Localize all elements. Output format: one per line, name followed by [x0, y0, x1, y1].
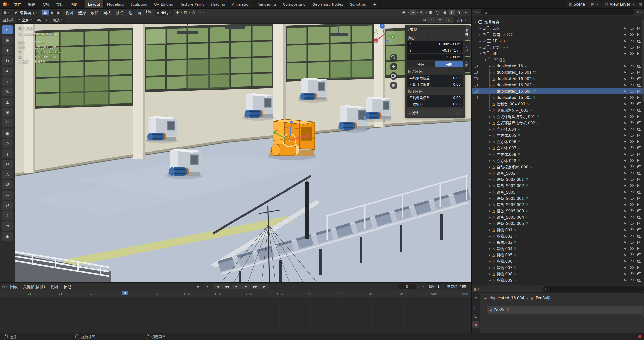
visibility-dropdown[interactable]: ◉ — [400, 10, 407, 15]
render-camera-icon[interactable] — [637, 203, 641, 206]
render-camera-icon[interactable] — [637, 222, 641, 225]
selectable-icon[interactable] — [623, 266, 626, 269]
render-camera-icon[interactable] — [637, 115, 641, 118]
hide-eye-icon[interactable] — [630, 272, 634, 275]
clock-icon[interactable]: ◷ — [418, 285, 420, 288]
hide-eye-icon[interactable] — [630, 191, 634, 193]
menubar-item-帮助[interactable]: 帮助 — [67, 0, 81, 8]
vertex-data-slider[interactable]: 平均倒角权重0.00 — [407, 75, 463, 81]
breadcrumb-object[interactable]: duplicated_16.004 — [489, 296, 524, 300]
outliner-row-object[interactable]: ▸△货物.010▽ — [472, 283, 644, 285]
disclosure-arrow-icon[interactable]: ▸ — [488, 278, 492, 282]
hide-eye-icon[interactable] — [630, 203, 634, 206]
tool-rotate[interactable]: ↻ — [2, 56, 13, 65]
hide-eye-icon[interactable] — [630, 109, 634, 111]
outliner-row-object[interactable]: ▸△立方体.028▽ — [472, 157, 644, 164]
space-button-局部[interactable]: 局部 — [435, 61, 463, 67]
hide-eye-icon[interactable] — [630, 40, 634, 42]
selectable-icon[interactable] — [623, 52, 626, 55]
render-camera-icon[interactable] — [637, 33, 641, 36]
outliner-row-scene-collection[interactable]: ▾场景集合 — [472, 19, 644, 25]
selectable-icon[interactable] — [623, 27, 626, 30]
hide-eye-icon[interactable] — [630, 178, 634, 181]
show-gizmos-button[interactable]: ⌖ — [410, 10, 416, 15]
render-camera-icon[interactable] — [637, 235, 641, 238]
render-camera-icon[interactable] — [637, 84, 641, 87]
material-selector[interactable]: ◉ FenSuiji — [486, 306, 644, 314]
outliner-scrollbar[interactable] — [642, 19, 644, 102]
coord-system-dropdown[interactable]: ⊕ 全局 ▾ — [16, 17, 34, 23]
3d-viewport[interactable]: Z Y X — [0, 23, 471, 282]
disclosure-arrow-icon[interactable]: ▸ — [488, 140, 492, 143]
selectable-icon[interactable] — [623, 197, 626, 200]
selectable-icon[interactable] — [623, 159, 626, 162]
shading-wireframe[interactable]: ◯ — [434, 10, 441, 15]
workspace-tab-Layout[interactable]: Layout — [85, 0, 104, 8]
render-camera-icon[interactable] — [637, 77, 641, 80]
disclosure-arrow-icon[interactable]: ▸ — [488, 234, 492, 238]
render-camera-icon[interactable] — [637, 184, 641, 187]
disclosure-arrow-icon[interactable]: ▸ — [488, 178, 492, 181]
viewport-menu-边[interactable]: 边 — [126, 10, 135, 15]
selectable-icon[interactable] — [623, 228, 626, 231]
frame-end-field[interactable]: 结束点480 — [444, 283, 469, 289]
viewport-menu-视图[interactable]: 视图 — [63, 10, 76, 15]
outliner-row-object[interactable]: ▸△货物.008▽ — [472, 271, 644, 277]
render-camera-icon[interactable] — [637, 260, 641, 263]
outliner-search[interactable] — [481, 9, 635, 15]
selectable-icon[interactable] — [623, 102, 626, 105]
shading-options-dropdown[interactable]: ▾ — [463, 10, 469, 15]
disclosure-arrow-icon[interactable]: ▸ — [488, 190, 492, 194]
hide-eye-icon[interactable] — [630, 52, 634, 55]
outliner-row-object[interactable]: ▸△立式环缝焊接专机.001▽ — [472, 113, 644, 120]
hide-eye-icon[interactable] — [630, 228, 634, 231]
selectable-icon[interactable] — [623, 153, 626, 156]
render-camera-icon[interactable] — [637, 46, 641, 49]
close-icon[interactable]: × — [596, 2, 599, 6]
selectable-icon[interactable] — [623, 235, 626, 238]
outliner-row-object[interactable]: ▸△立方体.007▽ — [472, 145, 644, 151]
selectable-icon[interactable] — [623, 165, 626, 168]
disclosure-arrow-icon[interactable]: ▸ — [488, 146, 492, 150]
blender-app-menu[interactable]: ▾ — [2, 1, 10, 7]
properties-tab-render[interactable]: ▤ — [472, 304, 479, 310]
disclosure-arrow-icon[interactable]: ▸ — [488, 215, 492, 219]
median-z-field[interactable]: Z-2.209 m — [407, 54, 463, 60]
disclosure-arrow-icon[interactable]: ▾ — [478, 52, 482, 55]
selectable-icon[interactable] — [623, 241, 626, 244]
tool-edge-slide[interactable]: ⇄ — [2, 201, 13, 210]
outliner-row-object[interactable]: ▸△自动标定系统_000▽ — [472, 164, 644, 170]
hide-eye-icon[interactable] — [630, 209, 634, 212]
render-camera-icon[interactable] — [637, 272, 641, 275]
shading-material[interactable]: ◐ — [449, 10, 455, 15]
hide-eye-icon[interactable] — [630, 241, 634, 244]
selectable-icon[interactable] — [623, 134, 626, 137]
hide-eye-icon[interactable] — [630, 235, 634, 237]
xray-toggle[interactable]: ▣ — [427, 10, 434, 15]
outliner-row-collection-园区[interactable]: ▸☑园区 — [472, 25, 644, 31]
mirror-z-toggle[interactable]: Z — [445, 17, 453, 23]
drag-handle-icon[interactable]: :::: — [456, 111, 461, 114]
chevron-down-icon[interactable]: ▾ — [203, 11, 205, 14]
render-camera-icon[interactable] — [637, 247, 641, 250]
render-camera-icon[interactable] — [637, 228, 641, 231]
hide-eye-icon[interactable] — [630, 197, 634, 200]
disclosure-arrow-icon[interactable]: ▸ — [478, 46, 482, 49]
chevron-down-icon[interactable]: ▾ — [425, 11, 427, 14]
outliner-row-object[interactable]: ▸△duplicated_16.003▽ — [472, 82, 644, 88]
hide-eye-icon[interactable] — [630, 96, 634, 99]
outliner-row-object[interactable]: ▸△立方体.005▽ — [472, 132, 644, 138]
selectable-icon[interactable] — [623, 222, 626, 225]
playhead-frame-badge[interactable]: 0 — [122, 291, 128, 295]
selectable-icon[interactable] — [623, 260, 626, 263]
render-camera-icon[interactable] — [637, 146, 641, 149]
selectable-icon[interactable] — [623, 247, 626, 250]
disclosure-arrow-icon[interactable]: ▸ — [488, 171, 492, 175]
timeline-body[interactable] — [0, 299, 471, 334]
tool-scale[interactable]: ◰ — [2, 67, 13, 76]
render-camera-icon[interactable] — [637, 266, 641, 269]
outliner-row-object[interactable]: ▸△设备_S005▽ — [472, 189, 644, 195]
outliner-row-object[interactable]: ▸△设备_S005.005▽ — [472, 220, 644, 226]
hide-eye-icon[interactable] — [630, 77, 634, 80]
editor-type-selector[interactable]: ▦ ▾ — [2, 10, 12, 15]
